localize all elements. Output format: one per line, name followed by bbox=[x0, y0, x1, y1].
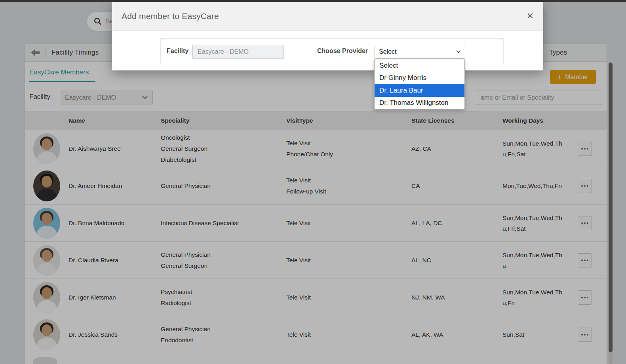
provider-select-value: Select bbox=[379, 48, 396, 55]
chevron-down-icon bbox=[456, 50, 461, 53]
facility-field-value: Easycare - DEMO bbox=[198, 48, 249, 55]
provider-dropdown-list: SelectDr Ginny MorrisDr. Laura BaurDr. T… bbox=[374, 59, 465, 110]
close-icon[interactable]: ✕ bbox=[527, 12, 534, 21]
provider-field-label: Choose Provider bbox=[317, 47, 368, 55]
modal-header: Add member to EasyCare ✕ bbox=[112, 2, 543, 31]
facility-field-input: Easycare - DEMO bbox=[192, 45, 284, 59]
provider-select[interactable]: Select bbox=[375, 45, 465, 59]
dropdown-option[interactable]: Select bbox=[375, 59, 464, 72]
add-member-modal: Add member to EasyCare ✕ Facility Easyca… bbox=[112, 2, 543, 70]
modal-title: Add member to EasyCare bbox=[122, 11, 219, 21]
dropdown-option[interactable]: Dr Ginny Morris bbox=[375, 72, 464, 85]
dropdown-option[interactable]: Dr. Laura Baur bbox=[375, 84, 464, 97]
facility-field-label: Facility bbox=[167, 47, 188, 55]
dropdown-option[interactable]: Dr. Thomas Willignston bbox=[375, 97, 464, 110]
